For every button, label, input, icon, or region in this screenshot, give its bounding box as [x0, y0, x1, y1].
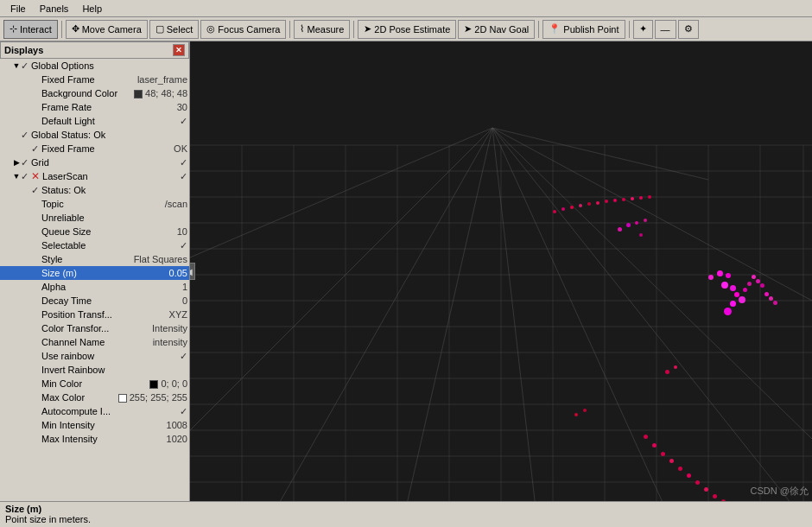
- tree-row[interactable]: ▼✓✕ LaserScan✓: [0, 169, 189, 183]
- menu-bar: File Panels Help: [0, 0, 812, 17]
- check-icon: ✓: [21, 130, 31, 141]
- tree-row[interactable]: ✓Status: Ok: [0, 183, 189, 197]
- tree-row[interactable]: ▶✓Grid✓: [0, 156, 189, 169]
- check-placeholder: [31, 309, 41, 320]
- tree-label: LaserScan: [42, 171, 176, 181]
- color-box: [134, 90, 143, 98]
- expand-placeholder: [22, 310, 31, 319]
- tree-row[interactable]: Use rainbow✓: [0, 349, 189, 363]
- expand-icon[interactable]: ▼: [12, 172, 21, 181]
- check-placeholder: [31, 337, 41, 347]
- scan-point: [570, 206, 574, 209]
- toolbar-move-camera[interactable]: ✥ Move Camera: [66, 20, 148, 39]
- expand-placeholder: [22, 200, 31, 208]
- toolbar-extra2[interactable]: —: [655, 20, 676, 39]
- menu-help[interactable]: Help: [75, 2, 109, 16]
- scan-point: [665, 370, 669, 374]
- displays-close-button[interactable]: ✕: [173, 44, 185, 56]
- tree-row[interactable]: Background Color48; 48; 48: [0, 86, 189, 100]
- expand-placeholder: [22, 324, 31, 333]
- tree-value: OK: [170, 143, 187, 154]
- tree-label: Max Intensity: [41, 434, 163, 444]
- tree-row[interactable]: Topic/scan: [0, 197, 189, 211]
- svg-line-35: [190, 128, 492, 257]
- tree-label: Grid: [31, 157, 176, 168]
- expand-placeholder: [22, 75, 31, 84]
- check-placeholder: [31, 295, 41, 306]
- 3d-viewport[interactable]: ◀: [190, 41, 812, 501]
- expand-placeholder: [22, 379, 31, 388]
- tree-value: ✓: [176, 157, 187, 168]
- tree-label: Selectable: [41, 240, 176, 251]
- tree-value: ✓: [176, 351, 187, 362]
- tree-row[interactable]: ▼✓Global Options: [0, 59, 189, 73]
- scan-point: [618, 227, 622, 232]
- scan-point: [704, 487, 708, 492]
- tree-value: ✓: [176, 240, 187, 251]
- scan-point: [613, 199, 617, 202]
- tree-row[interactable]: Min Color0; 0; 0: [0, 377, 189, 390]
- tree-row[interactable]: Color Transfor...Intensity: [0, 321, 189, 335]
- tree-row[interactable]: Decay Time0: [0, 294, 189, 308]
- tree-row[interactable]: Size (m)0.05: [0, 266, 189, 280]
- toolbar-focus-camera[interactable]: ◎ Focus Camera: [200, 20, 286, 39]
- tree-label: Min Intensity: [41, 420, 163, 430]
- tree-row[interactable]: Frame Rate30: [0, 100, 189, 114]
- svg-line-34: [492, 128, 708, 180]
- menu-panels[interactable]: Panels: [33, 2, 76, 16]
- toolbar-extra3[interactable]: ⚙: [678, 20, 699, 39]
- scan-point: [739, 296, 745, 303]
- scan-point: [605, 200, 608, 203]
- scan-point: [674, 365, 677, 369]
- tree-row[interactable]: Selectable✓: [0, 238, 189, 252]
- toolbar-publish-point[interactable]: 📍 Publish Point: [542, 20, 625, 39]
- expand-placeholder: [22, 365, 31, 374]
- check-placeholder: [31, 226, 41, 237]
- tree-row[interactable]: ✓Fixed FrameOK: [0, 142, 189, 156]
- scan-point: [760, 283, 764, 288]
- toolbar-2d-nav[interactable]: ➤ 2D Nav Goal: [458, 20, 535, 39]
- tree-value: ✓: [176, 406, 187, 417]
- tree-label: Default Light: [41, 116, 176, 126]
- tree-value: 0; 0; 0: [146, 378, 187, 389]
- tree-label: Global Status: Ok: [31, 130, 187, 140]
- toolbar-interact[interactable]: ⊹ Interact: [3, 20, 58, 39]
- tree-row[interactable]: Position Transf...XYZ: [0, 308, 189, 321]
- tree-row[interactable]: Min Intensity1008: [0, 418, 189, 432]
- tree-label: Decay Time: [41, 295, 179, 306]
- expand-icon[interactable]: ▶: [12, 158, 21, 167]
- menu-file[interactable]: File: [3, 2, 33, 16]
- tree-row[interactable]: Unreliable: [0, 211, 189, 225]
- expand-placeholder: [22, 117, 31, 125]
- scan-point: [743, 288, 747, 292]
- tree-row[interactable]: Default Light✓: [0, 114, 189, 128]
- collapse-panel-arrow[interactable]: ◀: [190, 263, 195, 280]
- expand-placeholder: [22, 407, 31, 416]
- toolbar-select[interactable]: ▢ Select: [149, 20, 200, 39]
- tree-label: Use rainbow: [41, 351, 176, 361]
- tree-row[interactable]: Invert Rainbow: [0, 363, 189, 377]
- scan-point: [635, 221, 638, 225]
- toolbar-measure[interactable]: ⌇ Measure: [294, 20, 350, 39]
- expand-icon[interactable]: ▼: [12, 61, 21, 70]
- scan-point: [626, 223, 631, 227]
- watermark: CSDN @徐允: [751, 485, 809, 498]
- tree-row[interactable]: Fixed Framelaser_frame: [0, 73, 189, 86]
- tree-row[interactable]: Max Intensity1020: [0, 432, 189, 446]
- tree-row[interactable]: Max Color255; 255; 255: [0, 390, 189, 404]
- tree-row[interactable]: Alpha1: [0, 280, 189, 294]
- tree-row[interactable]: StyleFlat Squares: [0, 252, 189, 266]
- tree-value: XYZ: [166, 309, 187, 320]
- toolbar-2d-pose[interactable]: ➤ 2D Pose Estimate: [358, 20, 456, 39]
- check-placeholder: [31, 116, 41, 126]
- scan-point: [756, 279, 760, 283]
- tree-row[interactable]: Autocompute I...✓: [0, 404, 189, 418]
- nav-icon: ➤: [464, 23, 472, 35]
- tree-row[interactable]: Channel Nameintensity: [0, 335, 189, 349]
- toolbar-extra1[interactable]: ✦: [633, 20, 653, 39]
- tree-panel[interactable]: ▼✓Global Options Fixed Framelaser_frame …: [0, 59, 189, 501]
- tree-row[interactable]: ✓Global Status: Ok: [0, 128, 189, 142]
- tree-row[interactable]: Queue Size10: [0, 225, 189, 238]
- check-placeholder: [31, 420, 41, 430]
- expand-placeholder: [22, 144, 31, 153]
